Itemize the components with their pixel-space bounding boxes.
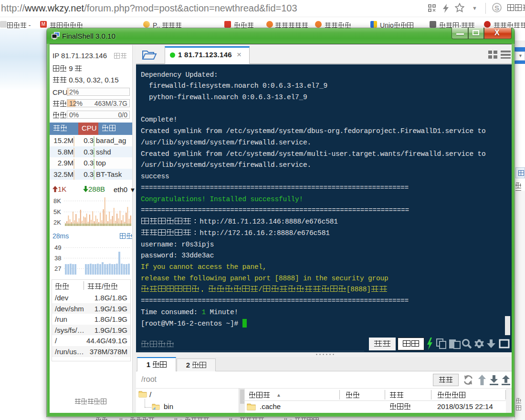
svg-text:2K: 2K bbox=[53, 219, 61, 226]
svg-text:38: 38 bbox=[54, 255, 61, 262]
svg-text:27: 27 bbox=[54, 265, 61, 272]
svg-text:49: 49 bbox=[54, 244, 61, 251]
svg-text:8K: 8K bbox=[53, 197, 61, 205]
svg-text:5K: 5K bbox=[53, 208, 61, 215]
